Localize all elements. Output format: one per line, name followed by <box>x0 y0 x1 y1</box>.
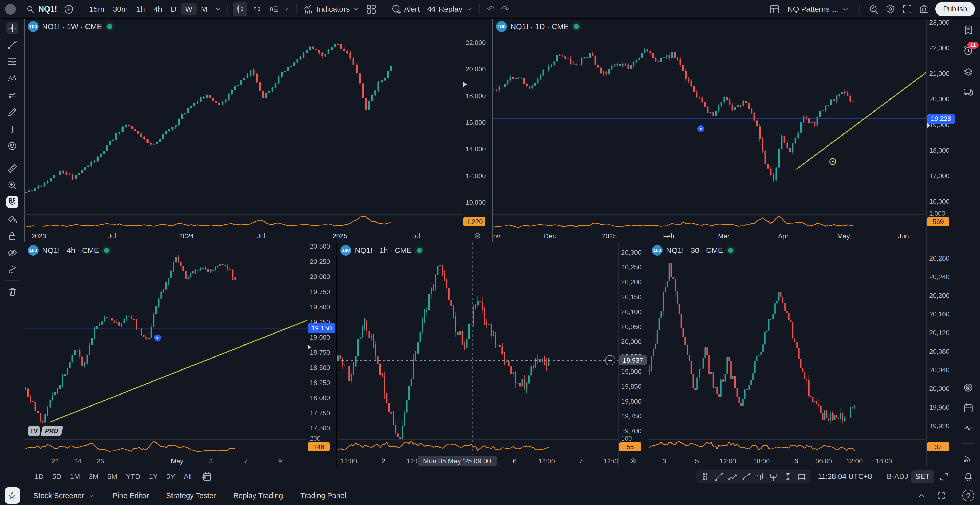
watchlist-icon[interactable] <box>963 24 974 36</box>
drag-handle-icon[interactable] <box>700 472 710 482</box>
fav-bars-pattern-icon[interactable] <box>755 472 765 482</box>
open-panel-chevron-icon[interactable] <box>916 490 927 501</box>
chat-icon[interactable] <box>963 86 974 98</box>
chart-pane-4h[interactable]: 100 NQ1! · 4h · CME TV PRO 19,15020,5002… <box>24 242 337 467</box>
range-button-6m[interactable]: 6M <box>103 470 121 483</box>
time-axis[interactable]: NovDec2025FebMarAprMayJun <box>493 230 926 242</box>
interval-button-1h[interactable]: 1h <box>132 3 149 15</box>
interval-button-m[interactable]: M <box>197 3 212 15</box>
interval-button-w[interactable]: W <box>181 3 196 15</box>
range-button-5d[interactable]: 5D <box>49 470 65 483</box>
time-axis[interactable]: 2023Jul2024Jul2025Jul <box>24 230 463 242</box>
fav-trend-line-icon[interactable] <box>714 472 724 482</box>
expand-pane-icon[interactable] <box>939 471 950 482</box>
layout-grid-icon[interactable] <box>769 3 780 15</box>
interval-button-30m[interactable]: 30m <box>109 3 132 15</box>
indicator-templates-button[interactable] <box>364 2 379 16</box>
price-axis[interactable]: 19,22823,00022,00021,00020,00019,00018,0… <box>926 19 956 230</box>
candle-style-button[interactable] <box>233 2 247 16</box>
replay-button[interactable]: Replay <box>424 2 474 16</box>
yellow-drawing-marker[interactable] <box>829 158 836 165</box>
footer-item-pine-editor[interactable]: Pine Editor <box>113 491 149 500</box>
add-symbol-icon[interactable] <box>63 3 75 15</box>
symbol-search-button[interactable]: NQ1! <box>22 2 61 16</box>
notifications-bell-icon[interactable] <box>963 471 974 483</box>
chart-legend[interactable]: 100 NQ1! · 1h · CME <box>340 245 422 256</box>
price-alert-badge[interactable]: 19,228 <box>927 114 955 124</box>
drawing-mode-icon[interactable] <box>6 213 18 225</box>
footer-item-replay-trading[interactable]: Replay Trading <box>233 491 283 500</box>
chart-legend[interactable]: 100 NQ1! · 4h · CME <box>28 245 109 256</box>
remove-drawings-icon[interactable] <box>6 286 18 298</box>
time-axis[interactable]: Mon 05 May '25 09:0012:00212:00612:00712… <box>337 455 618 467</box>
price-alert-badge[interactable]: 19,150 <box>308 323 335 333</box>
chart-pane-1h[interactable]: 100 NQ1! · 1h · CME + 19,93720,30020,250… <box>337 242 648 467</box>
fav-price-range-icon[interactable] <box>783 472 793 482</box>
tradingview-pro-logo[interactable]: TV PRO <box>28 426 62 436</box>
brush-tool-icon[interactable] <box>6 106 18 118</box>
redo-button[interactable]: ↷ <box>499 4 511 14</box>
publish-button[interactable]: Publish <box>935 2 975 16</box>
maximize-panel-icon[interactable] <box>936 490 947 501</box>
price-axis[interactable]: 19,15020,50020,25020,00019,75019,50019,2… <box>307 242 336 455</box>
sync-drawings-icon[interactable] <box>6 264 18 275</box>
zoom-in-tool-icon[interactable] <box>6 179 18 191</box>
time-axis[interactable]: 222426May379 <box>24 455 307 467</box>
lock-drawings-icon[interactable] <box>6 230 18 241</box>
chart-pane-1d[interactable]: 100 NQ1! · 1D · CME 19,22823,00022,00021… <box>493 19 956 242</box>
emoji-tool-icon[interactable] <box>6 140 18 152</box>
footer-item-stock-screener[interactable]: Stock Screener <box>33 491 95 500</box>
fullscreen-icon[interactable] <box>902 3 913 15</box>
projection-tool-icon[interactable] <box>6 90 18 101</box>
alert-button[interactable]: Alert <box>389 2 422 16</box>
price-axis[interactable]: 22,00020,00018,00016,00014,00012,00010,0… <box>463 19 492 230</box>
price-axis[interactable]: 20,28020,24020,20020,16020,12020,08020,0… <box>926 242 956 455</box>
session-toggle[interactable]: SET <box>912 470 934 483</box>
economic-calendar-icon[interactable] <box>963 402 974 414</box>
fav-cross-line-icon[interactable] <box>741 472 752 482</box>
chart-legend[interactable]: 100 NQ1! · 1D · CME <box>496 21 579 32</box>
axis-settings-gear-icon[interactable] <box>473 232 482 240</box>
range-button-5y[interactable]: 5Y <box>163 470 179 483</box>
indicators-button[interactable]: Indicators <box>302 2 362 16</box>
range-button-3m[interactable]: 3M <box>85 470 102 483</box>
interval-button-4h[interactable]: 4h <box>150 3 166 15</box>
interval-button-d[interactable]: D <box>167 3 181 15</box>
chart-plot-4h[interactable]: 100 NQ1! · 4h · CME TV PRO <box>24 242 307 455</box>
fib-retracement-tool-icon[interactable] <box>6 56 18 68</box>
chart-legend[interactable]: 100 NQ1! · 1W · CME <box>28 21 112 32</box>
axis-corner[interactable] <box>618 455 648 467</box>
back-adjust-toggle[interactable]: B-ADJ <box>884 470 912 483</box>
interval-button-15m[interactable]: 15m <box>85 3 108 15</box>
alerts-panel-button[interactable]: 11 <box>963 44 974 57</box>
chart-plot-1h[interactable]: 100 NQ1! · 1h · CME + <box>337 242 618 455</box>
clock-label[interactable]: 11:28:04 UTC+8 <box>818 472 872 481</box>
user-avatar[interactable] <box>5 4 16 14</box>
chart-plot-1d[interactable]: 100 NQ1! · 1D · CME <box>493 19 926 230</box>
axis-corner[interactable] <box>926 230 956 242</box>
range-button-1m[interactable]: 1M <box>67 470 84 483</box>
trend-line-tool-icon[interactable] <box>6 39 18 51</box>
blue-drawing-marker[interactable] <box>697 125 704 132</box>
quick-search-icon[interactable] <box>868 3 879 15</box>
data-feed-icon[interactable] <box>963 452 974 464</box>
axis-corner[interactable] <box>307 455 336 467</box>
chart-pane-30m[interactable]: 100 NQ1! · 30 · CME 20,28020,24020,20020… <box>648 242 956 467</box>
axis-settings-gear-icon[interactable] <box>629 457 637 465</box>
footer-item-strategy-tester[interactable]: Strategy Tester <box>166 491 216 500</box>
magnet-mode-icon[interactable] <box>6 196 18 208</box>
interval-chevron-down-icon[interactable] <box>214 5 222 13</box>
undo-button[interactable]: ↶ <box>485 4 496 14</box>
time-axis[interactable]: 3512:0018:00606:0012:0018:00 <box>648 455 926 467</box>
crosshair-tool-icon[interactable] <box>6 22 18 34</box>
chart-plot-1w[interactable]: 100 NQ1! · 1W · CME <box>24 19 463 230</box>
measure-tool-icon[interactable] <box>6 162 18 174</box>
favorites-star-button[interactable]: ☆ <box>5 488 20 504</box>
hollow-candle-style-button[interactable] <box>250 2 264 16</box>
chart-legend[interactable]: 100 NQ1! · 30 · CME <box>652 245 733 256</box>
price-axis[interactable]: 19,93720,30020,25020,20020,15020,10020,0… <box>618 242 648 455</box>
settings-gear-icon[interactable] <box>885 3 896 15</box>
xabcd-pattern-tool-icon[interactable] <box>6 73 18 84</box>
chart-plot-30m[interactable]: 100 NQ1! · 30 · CME <box>648 242 926 455</box>
hide-drawings-icon[interactable] <box>6 247 18 259</box>
